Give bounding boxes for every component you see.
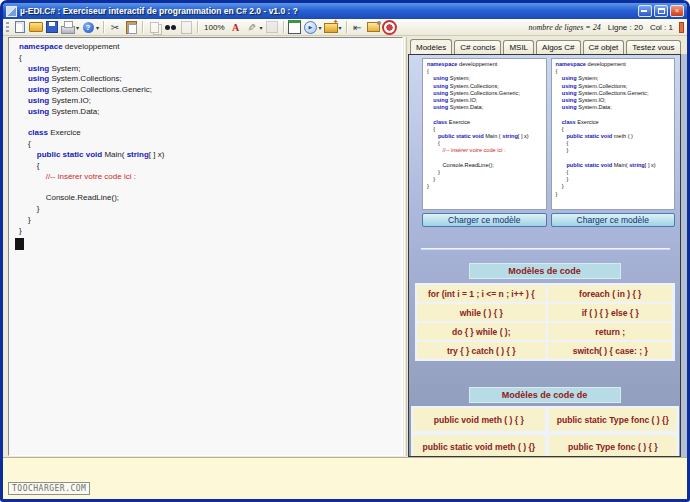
code-template-cell[interactable]: while ( ) { } [417, 304, 546, 321]
tab-mod-les[interactable]: Modèles [410, 39, 452, 54]
code-template-cell[interactable]: try { } catch ( ) { } [417, 342, 546, 359]
model-preview-1[interactable]: namespace developpement{ using System; u… [422, 58, 547, 210]
title-bar[interactable]: µ-EDI.C# : Exerciseur interactif de prog… [3, 3, 687, 19]
code-line: using System; [19, 64, 400, 75]
toolbar-separator [142, 21, 143, 33]
code-line: { [556, 169, 674, 176]
code-template-cell[interactable]: public Type fonc ( ) { } [549, 435, 676, 457]
models-tab-page: namespace developpement{ using System; u… [408, 54, 681, 457]
window-controls: × [638, 5, 684, 17]
stop-icon[interactable] [382, 20, 398, 34]
code-line: } [556, 183, 674, 190]
code-line: { [556, 140, 674, 147]
highlighter-icon[interactable] [244, 20, 260, 34]
tab-msil[interactable]: MSIL [503, 40, 534, 54]
maximize-icon [658, 8, 665, 14]
save-icon[interactable] [44, 20, 60, 34]
code-line: using System.IO; [19, 96, 400, 107]
method-models-table: public void meth ( ) { }public static Ty… [411, 406, 679, 457]
tab-c-objet[interactable]: C# objet [583, 40, 625, 54]
maximize-button[interactable] [654, 5, 668, 17]
code-line: using System.Collections; [19, 74, 400, 85]
minimize-icon [641, 10, 647, 12]
code-line: using System.Collections.Generic; [556, 90, 674, 97]
load-model-1-button[interactable]: Charger ce modèle [422, 213, 547, 227]
splitter[interactable] [404, 37, 407, 456]
code-line: { [19, 53, 400, 64]
new-file-icon[interactable] [12, 20, 28, 34]
model-previews: namespace developpement{ using System; u… [409, 55, 680, 227]
window-title: µ-EDI.C# : Exerciseur interactif de prog… [20, 6, 635, 16]
code-line: { [556, 68, 674, 75]
run-icon[interactable] [287, 20, 303, 34]
play-icon[interactable] [303, 20, 319, 34]
column-number-status: Col : 1 [650, 23, 673, 32]
font-icon[interactable] [228, 20, 244, 34]
code-line [19, 118, 400, 129]
code-template-cell[interactable]: for (int i = 1 ; i <= n ; i++ ) { [417, 285, 546, 302]
code-editor[interactable]: namespace developpement{ using System; u… [8, 37, 403, 456]
quit-icon[interactable] [350, 20, 366, 34]
code-line: } [556, 147, 674, 154]
code-line: } [19, 204, 400, 215]
code-line: using System; [556, 75, 674, 82]
model-column-2: namespace developpement{ using System; u… [551, 58, 676, 227]
main-area: namespace developpement{ using System; u… [3, 36, 687, 457]
close-button[interactable]: × [670, 5, 684, 17]
code-line: public static void Main( string[ ] x) [556, 162, 674, 169]
print-dropdown-icon[interactable]: ▾ [76, 24, 79, 31]
cut-icon[interactable] [107, 20, 123, 34]
code-line: class Exercice [556, 119, 674, 126]
copy-icon [146, 20, 162, 34]
code-line: namespace developpement [427, 61, 545, 68]
code-template-cell[interactable]: do { } while ( ); [417, 323, 546, 340]
code-template-cell[interactable]: public static void meth ( ) {} [413, 435, 546, 457]
tab-strip: ModèlesC# concisMSILAlgos C#C# objetTest… [408, 37, 687, 54]
play-dropdown-icon[interactable]: ▾ [319, 24, 322, 31]
code-template-cell[interactable]: if ( ) { } else { } [548, 304, 673, 321]
code-line: } [19, 226, 400, 237]
code-template-cell[interactable]: foreach ( in ) { } [548, 285, 673, 302]
code-line: using System.Collections; [556, 83, 674, 90]
toolbar-separator [197, 21, 198, 33]
code-line: { [427, 68, 545, 75]
paste-icon[interactable] [123, 20, 139, 34]
tab-testez-vous[interactable]: Testez vous [626, 40, 680, 54]
code-template-cell[interactable]: return ; [548, 323, 673, 340]
code-line: } [556, 176, 674, 183]
code-template-cell[interactable]: switch( ) { case: ; } [548, 342, 673, 359]
app-window: µ-EDI.C# : Exerciseur interactif de prog… [0, 0, 690, 502]
section-divider [421, 248, 670, 250]
highlighter-dropdown-icon[interactable]: ▾ [260, 24, 263, 31]
code-line: using System.IO; [556, 97, 674, 104]
minimize-button[interactable] [638, 5, 652, 17]
load-model-2-button[interactable]: Charger ce modèle [551, 213, 676, 227]
code-line: using System; [427, 75, 545, 82]
code-line: } [556, 191, 674, 198]
model-preview-2[interactable]: namespace developpement{ using System; u… [551, 58, 676, 210]
print-icon[interactable] [60, 20, 76, 34]
code-line: using System.Collections.Generic; [19, 85, 400, 96]
code-line: using System.IO; [427, 97, 545, 104]
toolbar-grip[interactable] [6, 22, 9, 33]
toolbar-overflow-button[interactable] [679, 22, 684, 33]
find-icon[interactable] [162, 20, 178, 34]
toolbar-separator [283, 21, 284, 33]
wizard-icon[interactable] [323, 20, 339, 34]
code-template-cell[interactable]: public static Type fonc ( ) {} [549, 408, 676, 431]
open-file-icon[interactable] [28, 20, 44, 34]
print-preview-icon [178, 20, 194, 34]
tab-c-concis[interactable]: C# concis [454, 40, 501, 54]
code-line: using System.Data; [19, 107, 400, 118]
code-template-cell[interactable]: public void meth ( ) { } [413, 408, 546, 431]
code-line: Console.ReadLine(); [19, 193, 400, 204]
options-icon[interactable] [366, 20, 382, 34]
tab-algos-c-[interactable]: Algos C# [536, 40, 580, 54]
help-dropdown-icon[interactable]: ▾ [96, 24, 99, 31]
line-count-status: nombre de lignes = 24 [529, 23, 601, 32]
wizard-dropdown-icon[interactable]: ▾ [339, 24, 342, 31]
zoom-level-label[interactable]: 100% [204, 23, 224, 32]
code-line [427, 111, 545, 118]
help-icon[interactable] [80, 20, 96, 34]
code-line [427, 155, 545, 162]
